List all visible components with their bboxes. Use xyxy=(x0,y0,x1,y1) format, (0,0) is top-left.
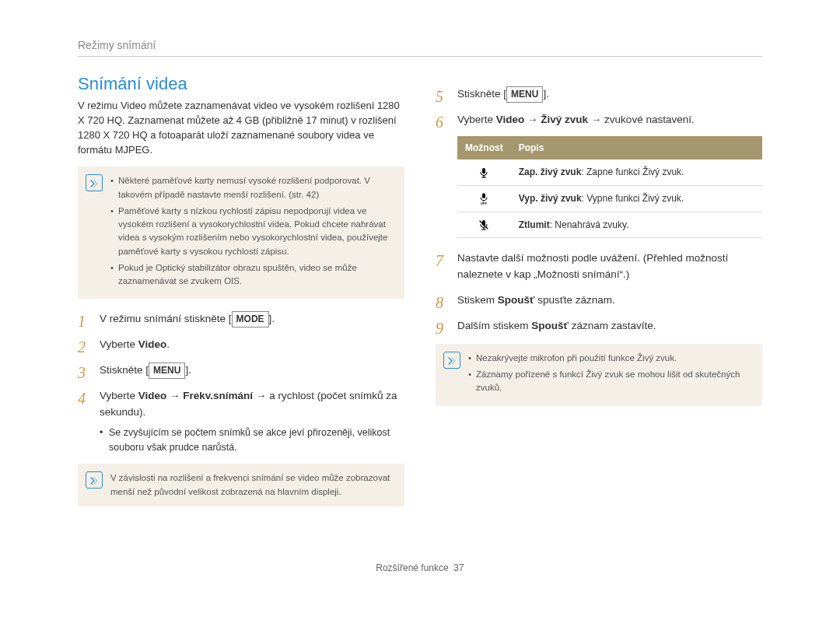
note-box-1: Některé paměťové karty nemusí vysoké roz… xyxy=(78,166,404,299)
info-icon xyxy=(443,352,460,369)
note3-item: Nezakrývejte mikrofon při použití funkce… xyxy=(468,352,753,365)
menu-key: MENU xyxy=(149,363,185,379)
th-option: Možnost xyxy=(457,136,511,160)
right-column: Stiskněte [MENU]. Vyberte Video → Živý z… xyxy=(436,74,762,516)
svg-text:OFF: OFF xyxy=(481,201,488,205)
table-row: Ztlumit: Nenahrává zvuky. xyxy=(457,212,762,238)
mode-key: MODE xyxy=(232,311,269,328)
step-8: Stiskem Spoušť spusťte záznam. xyxy=(436,292,762,309)
info-icon xyxy=(86,174,103,191)
note2-text: V závislosti na rozlišení a frekvenci sn… xyxy=(110,473,390,496)
mic-mute-icon xyxy=(465,219,503,231)
left-column: Snímání videa V režimu Video můžete zazn… xyxy=(78,74,404,516)
svg-rect-0 xyxy=(482,168,485,173)
page-title: Snímání videa xyxy=(78,74,404,94)
th-desc: Popis xyxy=(511,136,762,160)
note-box-2: V závislosti na rozlišení a frekvenci sn… xyxy=(78,464,404,506)
note1-item: Pokud je Optický stabilizátor obrazu spu… xyxy=(110,261,395,289)
note1-item: Paměťové karty s nízkou rychlostí zápisu… xyxy=(110,205,395,258)
table-row: Zap. živý zvuk: Zapne funkci Živý zvuk. xyxy=(457,159,762,185)
step-6: Vyberte Video → Živý zvuk → zvukové nast… xyxy=(436,112,762,238)
options-table: Možnost Popis Zap. živý zvuk: Zapne funk… xyxy=(457,136,762,238)
info-icon xyxy=(86,471,103,489)
intro-paragraph: V režimu Video můžete zaznamenávat video… xyxy=(78,99,404,157)
step-4: Vyberte Video → Frekv.snímání → a rychlo… xyxy=(78,388,404,454)
note-box-3: Nezakrývejte mikrofon při použití funkce… xyxy=(436,344,762,406)
note3-item: Záznamy pořízené s funkcí Živý zvuk se m… xyxy=(468,368,753,395)
svg-rect-3 xyxy=(482,194,485,199)
step-1: V režimu snímání stiskněte [MODE]. xyxy=(78,311,404,328)
mic-on-icon xyxy=(465,166,503,179)
step4-sub: Se zvyšujícím se počtem snímků se akce j… xyxy=(100,426,404,455)
step-3: Stiskněte [MENU]. xyxy=(78,363,404,379)
table-row: OFF Vyp. živý zvuk: Vypne funkci Živý zv… xyxy=(457,186,762,212)
page-footer: Rozšířené funkce 37 xyxy=(78,562,762,573)
breadcrumb: Režimy snímání xyxy=(78,39,762,57)
step-9: Dalším stiskem Spoušť záznam zastavíte. xyxy=(436,318,762,335)
step-2: Vyberte Video. xyxy=(78,337,404,353)
step-5: Stiskněte [MENU]. xyxy=(436,86,762,103)
step-7: Nastavte další možnosti podle uvážení. (… xyxy=(436,250,762,283)
menu-key: MENU xyxy=(506,86,543,103)
note1-item: Některé paměťové karty nemusí vysoké roz… xyxy=(110,174,395,201)
mic-off-icon: OFF xyxy=(465,192,503,205)
